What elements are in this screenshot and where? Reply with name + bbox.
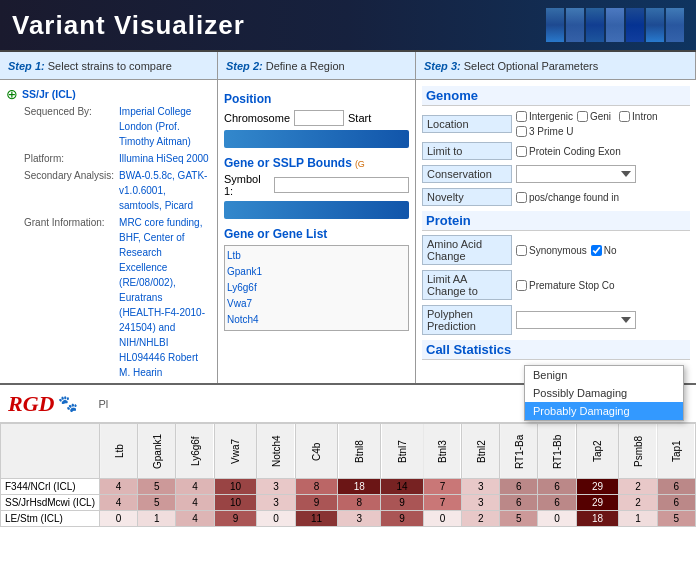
add-strain-icon[interactable]: ⊕ <box>6 86 18 102</box>
limit-aa-row: Limit AA Change to Premature Stop Co <box>422 270 690 300</box>
strain1-info: Sequenced By: Imperial College London (P… <box>22 102 211 397</box>
cell-1-11: 6 <box>538 495 576 511</box>
chromosome-label: Chromosome <box>224 112 290 124</box>
app-title: Variant Visualizer <box>12 10 245 41</box>
cell-0-10: 6 <box>500 479 538 495</box>
synonymous-label[interactable]: Synonymous <box>516 245 587 256</box>
geni-checkbox[interactable] <box>577 111 588 122</box>
app-container: Variant Visualizer Step 1: Select strain… <box>0 0 696 583</box>
limit-to-row: Limit to Protein Coding Exon <box>422 142 690 160</box>
dropdown-benign[interactable]: Benign <box>525 366 683 384</box>
header-decoration <box>546 8 684 42</box>
table-row: F344/NCrl (ICL)4541038181473662926 <box>1 479 696 495</box>
limit-to-controls: Protein Coding Exon <box>516 146 690 157</box>
cell-2-13: 1 <box>619 511 657 527</box>
dropdown-probably-damaging[interactable]: Probably Damaging <box>525 402 683 420</box>
col-notch4: Notch4 <box>257 424 295 479</box>
3prime-checkbox[interactable] <box>516 126 527 137</box>
symbol-label: Symbol 1: <box>224 173 270 197</box>
pos-change-label[interactable]: pos/change found in <box>516 192 619 203</box>
call-stats-title: Call Statistics <box>422 340 690 360</box>
amino-acid-row: Amino Acid Change Synonymous No <box>422 235 690 265</box>
col-ly6g6f: Ly6g6f <box>176 424 214 479</box>
chromosome-input[interactable] <box>294 110 344 126</box>
cell-0-14: 6 <box>657 479 695 495</box>
col-btnl8: Btnl8 <box>338 424 381 479</box>
geni-label: Geni <box>590 111 611 122</box>
cell-0-5: 8 <box>295 479 338 495</box>
gene-sslp-section: Gene or SSLP Bounds (G Symbol 1: <box>224 156 409 197</box>
premature-stop-label[interactable]: Premature Stop Co <box>516 280 615 291</box>
premature-stop-checkbox[interactable] <box>516 280 527 291</box>
gene-list-title: Gene or Gene List <box>224 227 409 241</box>
cell-0-7: 14 <box>381 479 424 495</box>
gene-list-box: Ltb Gpank1 Ly6g6f Vwa7 Notch4 <box>224 245 409 331</box>
gene-item-gpank1: Gpank1 <box>227 264 406 280</box>
intron-checkbox-label[interactable]: Intron <box>619 111 658 122</box>
row-strain-0: F344/NCrl (ICL) <box>1 479 100 495</box>
col-rt1-ba: RT1-Ba <box>500 424 538 479</box>
limit-aa-label: Limit AA Change to <box>422 270 512 300</box>
cell-1-8: 7 <box>423 495 461 511</box>
amino-acid-label: Amino Acid Change <box>422 235 512 265</box>
cell-0-3: 10 <box>214 479 257 495</box>
gene-sslp-note: (G <box>355 159 365 169</box>
strain1-platform-value: Illumina HiSeq 2000 <box>119 151 209 166</box>
cell-0-8: 7 <box>423 479 461 495</box>
3prime-checkbox-label[interactable]: 3 Prime U <box>516 126 573 137</box>
cell-1-1: 5 <box>138 495 176 511</box>
synonymous-checkbox[interactable] <box>516 245 527 256</box>
strain1-grant-row: Grant Information: MRC core funding, BHF… <box>24 215 209 395</box>
cell-1-0: 4 <box>100 495 138 511</box>
cell-1-10: 6 <box>500 495 538 511</box>
strain1-secondary-row: Secondary Analysis: BWA-0.5.8c, GATK-v1.… <box>24 168 209 213</box>
intron-checkbox[interactable] <box>619 111 630 122</box>
location-label: Location <box>422 115 512 133</box>
intergenic-checkbox-label[interactable]: Intergenic <box>516 111 573 122</box>
symbol-row: Symbol 1: <box>224 173 409 197</box>
protein-coding-label[interactable]: Protein Coding Exon <box>516 146 621 157</box>
table-row: LE/Stm (ICL)01490113902501815 <box>1 511 696 527</box>
strain1-name[interactable]: SS/Jr (ICL) <box>22 88 76 100</box>
cell-1-2: 4 <box>176 495 214 511</box>
pos-change-checkbox[interactable] <box>516 192 527 203</box>
nonsyn-label[interactable]: No <box>591 245 617 256</box>
3prime-label: 3 Prime U <box>529 126 573 137</box>
cell-2-8: 0 <box>423 511 461 527</box>
cell-1-3: 10 <box>214 495 257 511</box>
cell-2-10: 5 <box>500 511 538 527</box>
amino-acid-controls: Synonymous No <box>516 245 690 256</box>
col-ltb: Ltb <box>100 424 138 479</box>
gene-item-ly6g6f: Ly6g6f <box>227 280 406 296</box>
rgd-logo: RGD <box>8 391 54 417</box>
panels-row: ⊕ SS/Jr (ICL) Sequenced By: Imperial Col… <box>0 80 696 583</box>
location-row: Location Intergenic Geni Intron <box>422 110 690 137</box>
cell-0-11: 6 <box>538 479 576 495</box>
cell-2-1: 1 <box>138 511 176 527</box>
data-table-section: Ltb Gpank1 Ly6g6f Vwa7 Notch4 C4b Btnl8 … <box>0 423 696 527</box>
step1-header: Step 1: Select strains to compare <box>0 52 218 79</box>
conservation-dropdown[interactable]: Low Medium High <box>516 165 636 183</box>
nonsyn-checkbox[interactable] <box>591 245 602 256</box>
cell-0-13: 2 <box>619 479 657 495</box>
geni-checkbox-label[interactable]: Geni <box>577 111 611 122</box>
symbol-input[interactable] <box>274 177 409 193</box>
polyphen-dropdown[interactable]: Benign Possibly Damaging Probably Damagi… <box>516 311 636 329</box>
intergenic-checkbox[interactable] <box>516 111 527 122</box>
intergenic-label: Intergenic <box>529 111 573 122</box>
cell-2-7: 9 <box>381 511 424 527</box>
dropdown-possibly-damaging[interactable]: Possibly Damaging <box>525 384 683 402</box>
protein-coding-checkbox[interactable] <box>516 146 527 157</box>
novelty-label: Novelty <box>422 188 512 206</box>
col-btnl3: Btnl3 <box>423 424 461 479</box>
pos-change-text: pos/change found in <box>529 192 619 203</box>
polyphen-label: Polyphen Prediction <box>422 305 512 335</box>
col-gpank1: Gpank1 <box>138 424 176 479</box>
col-tap2: Tap2 <box>576 424 619 479</box>
gene-item-vwa7: Vwa7 <box>227 296 406 312</box>
cell-1-4: 3 <box>257 495 295 511</box>
col-tap1: Tap1 <box>657 424 695 479</box>
protein-coding-text: Protein Coding Exon <box>529 146 621 157</box>
strain-entry-1: ⊕ SS/Jr (ICL) Sequenced By: Imperial Col… <box>6 86 211 397</box>
cell-2-12: 18 <box>576 511 619 527</box>
